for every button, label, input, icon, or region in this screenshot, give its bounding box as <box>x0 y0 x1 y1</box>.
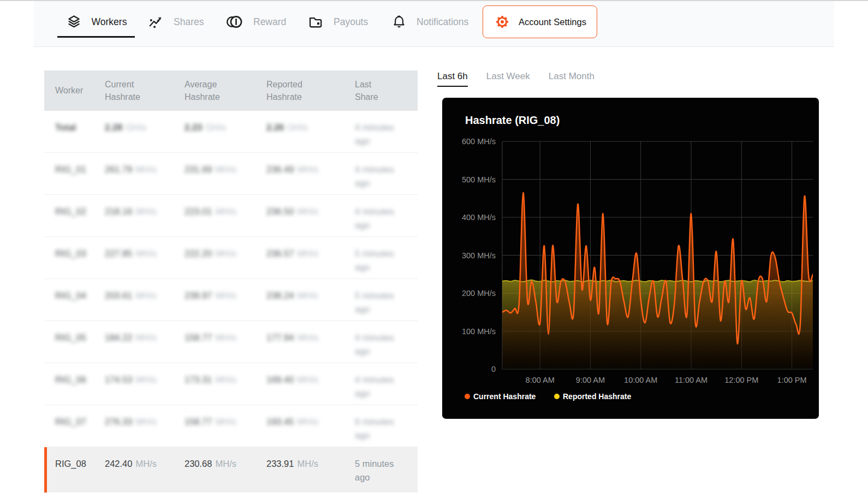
reported-hashrate-value: 236.50 <box>266 206 294 216</box>
average-hashrate-value: 173.31 <box>185 375 212 384</box>
wallet-icon <box>307 14 324 31</box>
last-share: 5 minutes ago <box>355 457 418 484</box>
unit: MH/s <box>215 417 236 426</box>
nav-tab-label: Workers <box>92 16 127 28</box>
average-hashrate-value: 230.68 <box>185 459 212 469</box>
unit: MH/s <box>297 417 318 426</box>
unit: MH/s <box>135 206 157 216</box>
y-axis-label: 300 MH/s <box>462 251 496 260</box>
unit: GH/s <box>126 122 146 132</box>
reported-hashrate-value: 238.24 <box>266 290 294 300</box>
x-axis-label: 9:00 AM <box>576 376 605 384</box>
table-row-rig-08-selected[interactable]: RIG_08 242.40MH/s 230.68MH/s 233.91MH/s … <box>44 447 418 493</box>
unit: MH/s <box>135 459 157 469</box>
account-settings-button[interactable]: Account Settings <box>483 5 597 38</box>
unit: MH/s <box>297 459 318 469</box>
unit: MH/s <box>215 290 236 300</box>
reported-hashrate-value: 236.49 <box>266 164 294 174</box>
nav-tab-notifications[interactable]: Notifications <box>391 6 468 38</box>
layers-icon <box>66 14 82 31</box>
y-axis-label: 200 MH/s <box>462 289 496 298</box>
table-row-rig-07[interactable]: RIG_07 276.33MH/s 158.77MH/s 193.45MH/s … <box>44 405 418 447</box>
table-row-rig-05[interactable]: RIG_05 184.22MH/s 158.77MH/s 177.94MH/s … <box>44 321 418 363</box>
worker-name: RIG_08 <box>55 457 105 471</box>
table-row-total[interactable]: Total 2.28GH/s 2.23GH/s 2.26GH/s 4 minut… <box>44 111 418 153</box>
x-axis-label: 12:00 PM <box>724 376 758 384</box>
current-hashrate-value: 174.53 <box>105 375 132 384</box>
x-axis-label: 1:00 PM <box>777 376 807 384</box>
current-hashrate-value: 218.16 <box>105 206 132 216</box>
last-share: 4 minutes ago <box>355 331 418 358</box>
unit: MH/s <box>215 248 236 258</box>
worker-name: RIG_07 <box>55 415 105 429</box>
table-row-rig-03[interactable]: RIG_03 227.85MH/s 222.20MH/s 236.57MH/s … <box>44 237 418 279</box>
average-hashrate-value: 223.01 <box>185 206 212 216</box>
worker-name: RIG_05 <box>55 331 105 345</box>
nav-tab-shares[interactable]: Shares <box>147 6 204 38</box>
worker-name: RIG_04 <box>55 289 105 303</box>
average-hashrate-value: 158.77 <box>185 417 212 426</box>
legend-label-current: Current Hashrate <box>473 392 536 401</box>
table-row-rig-06[interactable]: RIG_06 174.53MH/s 173.31MH/s 169.40MH/s … <box>44 363 418 405</box>
unit: GH/s <box>205 122 226 132</box>
unit: MH/s <box>215 459 236 469</box>
legend-dot-current <box>465 394 470 399</box>
worker-name: RIG_03 <box>55 247 105 260</box>
nav-tab-payouts[interactable]: Payouts <box>307 6 368 38</box>
worker-name: RIG_02 <box>55 205 105 218</box>
table-row-rig-01[interactable]: RIG_01 261.79MH/s 231.69MH/s 236.49MH/s … <box>44 153 418 195</box>
legend-label-reported: Reported Hashrate <box>563 392 631 401</box>
column-header-worker: Worker <box>55 84 105 97</box>
table-header: Worker Current Hashrate Average Hashrate… <box>44 70 418 111</box>
reported-hashrate-value: 177.94 <box>266 333 294 342</box>
chart-title: Hashrate (RIG_08) <box>465 114 560 126</box>
average-hashrate-value: 239.97 <box>185 290 212 300</box>
reported-hashrate-value: 233.91 <box>266 459 294 469</box>
account-settings-label: Account Settings <box>519 17 586 27</box>
current-hashrate-value: 184.22 <box>105 333 132 342</box>
x-axis-label: 10:00 AM <box>624 376 657 384</box>
reported-hashrate-value: 236.57 <box>266 248 294 258</box>
unit: MH/s <box>297 206 318 216</box>
unit: MH/s <box>135 164 157 174</box>
average-hashrate-value: 231.69 <box>185 164 212 174</box>
unit: MH/s <box>297 333 318 342</box>
nav-tab-label: Notifications <box>417 16 468 28</box>
reported-hashrate-value: 193.45 <box>266 417 294 426</box>
trend-arrow-icon <box>147 14 164 31</box>
worker-name: Total <box>55 121 105 134</box>
nav-tab-label: Reward <box>253 16 286 28</box>
tab-last-week[interactable]: Last Week <box>486 71 530 87</box>
unit: MH/s <box>135 248 157 258</box>
average-hashrate-value: 2.23 <box>185 122 202 132</box>
table-row-rig-02[interactable]: RIG_02 218.16MH/s 223.01MH/s 236.50MH/s … <box>44 195 418 237</box>
nav-tab-label: Shares <box>174 16 204 28</box>
current-hashrate-value: 261.79 <box>105 164 132 174</box>
current-hashrate-value: 2.28 <box>105 122 122 132</box>
worker-name: RIG_01 <box>55 163 105 176</box>
column-header-last-share: Last Share <box>355 78 418 103</box>
gear-icon <box>494 13 511 31</box>
tab-last-month[interactable]: Last Month <box>549 71 594 87</box>
last-share: 4 minutes ago <box>355 121 418 148</box>
chart-range-tabs: Last 6h Last Week Last Month <box>437 71 594 87</box>
current-hashrate-value: 276.33 <box>105 417 132 426</box>
column-header-reported-hashrate: Reported Hashrate <box>266 78 355 103</box>
unit: MH/s <box>215 164 236 174</box>
reported-hashrate-value: 169.40 <box>266 375 294 384</box>
current-hashrate-value: 203.61 <box>105 290 132 300</box>
table-row-rig-04[interactable]: RIG_04 203.61MH/s 239.97MH/s 238.24MH/s … <box>44 279 418 321</box>
x-axis-label: 8:00 AM <box>526 376 555 384</box>
tab-last-6h[interactable]: Last 6h <box>437 71 468 87</box>
y-axis-label: 600 MH/s <box>462 137 496 146</box>
x-axis-label: 11:00 AM <box>675 376 708 384</box>
active-tab-underline <box>57 36 135 38</box>
unit: MH/s <box>297 248 318 258</box>
last-share: 5 minutes ago <box>355 289 418 316</box>
nav-tab-reward[interactable]: Reward <box>225 6 286 38</box>
nav-tab-workers[interactable]: Workers <box>57 6 135 38</box>
top-navbar: Workers Shares Reward Payouts <box>34 1 834 47</box>
unit: MH/s <box>297 290 318 300</box>
unit: GH/s <box>287 122 308 132</box>
unit: MH/s <box>135 375 157 384</box>
